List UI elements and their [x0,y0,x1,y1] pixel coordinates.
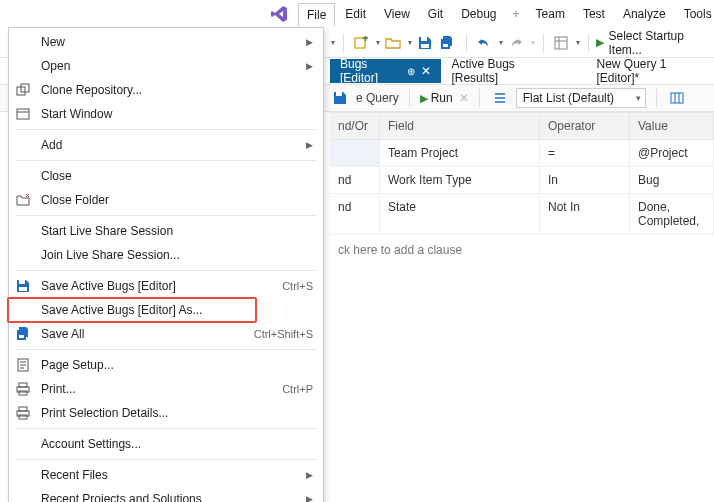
vs-logo-icon [270,3,288,25]
menu-item-print[interactable]: Print...Ctrl+P [9,377,323,401]
tab-new-query[interactable]: New Query 1 [Editor]* [586,59,714,83]
close-icon[interactable]: ✕ [421,64,431,78]
startup-selector[interactable]: ▶ Select Startup Item... [596,29,714,57]
redo-icon[interactable] [507,33,526,53]
menu-test[interactable]: Test [575,3,613,25]
submenu-arrow-icon: ▶ [306,140,313,150]
cell-andor[interactable]: nd [330,194,380,235]
menu-item-label: Clone Repository... [41,83,313,97]
columns-icon[interactable] [667,88,687,108]
menu-view[interactable]: View [376,3,418,25]
submenu-arrow-icon: ▶ [306,470,313,480]
dropdown-caret-icon[interactable]: ▾ [531,38,535,47]
menu-item-label: Open [41,59,298,73]
cell-field[interactable]: Work Item Type [380,167,540,194]
menu-item-print-selection-details[interactable]: Print Selection Details... [9,401,323,425]
tab-bugs-editor[interactable]: Bugs [Editor] ⊕ ✕ [330,59,441,83]
tab-label: Active Bugs [Results] [451,57,556,85]
submenu-arrow-icon: ▶ [306,494,313,502]
menu-item-recent-files[interactable]: Recent Files▶ [9,463,323,487]
menu-git[interactable]: Git [420,3,451,25]
menu-analyze[interactable]: Analyze [615,3,674,25]
cell-field[interactable]: Team Project [380,140,540,167]
menu-shortcut: Ctrl+S [282,280,313,292]
cell-andor[interactable]: nd [330,167,380,194]
new-item-icon[interactable] [352,33,371,53]
col-value[interactable]: Value [630,112,714,140]
menu-item-account-settings[interactable]: Account Settings... [9,432,323,456]
menu-item-save-active-bugs-editor-as[interactable]: Save Active Bugs [Editor] As... [9,298,323,322]
cell-val[interactable]: @Project [630,140,714,167]
dropdown-caret-icon[interactable]: ▾ [331,38,335,47]
blank-icon [13,490,33,502]
run-label: Run [431,91,453,105]
menu-item-label: Add [41,138,298,152]
undo-icon[interactable] [475,33,494,53]
svg-rect-4 [555,37,567,49]
menu-item-close[interactable]: Close [9,164,323,188]
cell-op[interactable]: In [540,167,630,194]
menu-item-close-folder[interactable]: Close Folder [9,188,323,212]
menu-separator [15,349,317,350]
save-query-icon[interactable] [330,88,350,108]
menu-team[interactable]: Team [528,3,573,25]
svg-rect-11 [19,287,27,291]
menubar: File Edit View Git Debug + Team Test Ana… [0,0,714,28]
blank-icon [13,466,33,484]
cell-op[interactable]: Not In [540,194,630,235]
save-all-icon[interactable] [439,33,458,53]
menu-item-start-live-share-session[interactable]: Start Live Share Session [9,219,323,243]
cell-op[interactable]: = [540,140,630,167]
menu-item-page-setup[interactable]: Page Setup... [9,353,323,377]
menu-item-label: New [41,35,298,49]
menu-debug[interactable]: Debug [453,3,504,25]
query-type-select[interactable]: Flat List (Default) [516,88,646,108]
blank-icon [13,246,33,264]
config-icon[interactable] [552,33,571,53]
menu-item-new[interactable]: New▶ [9,30,323,54]
menu-item-add[interactable]: Add▶ [9,133,323,157]
menu-shortcut: Ctrl+Shift+S [254,328,313,340]
open-icon[interactable] [384,33,403,53]
run-query-button[interactable]: ▶ Run [420,91,453,105]
play-icon: ▶ [596,36,604,49]
startup-label: Select Startup Item... [608,29,714,57]
pagesetup-icon [13,356,33,374]
cell-val[interactable]: Done, Completed, [630,194,714,235]
cell-field[interactable]: State [380,194,540,235]
play-icon: ▶ [420,92,428,105]
menu-separator [15,160,317,161]
col-operator[interactable]: Operator [540,112,630,140]
stop-icon[interactable]: ✕ [459,91,469,105]
menu-item-save-all[interactable]: Save AllCtrl+Shift+S [9,322,323,346]
menu-item-recent-projects-and-solutions[interactable]: Recent Projects and Solutions▶ [9,487,323,502]
menu-edit[interactable]: Edit [337,3,374,25]
menu-item-start-window[interactable]: Start Window [9,102,323,126]
pin-icon[interactable]: ⊕ [407,66,415,77]
menu-item-label: Start Window [41,107,313,121]
cell-andor[interactable] [330,140,380,167]
save-icon[interactable] [416,33,435,53]
menu-tools[interactable]: Tools [676,3,714,25]
dropdown-caret-icon[interactable]: ▾ [576,38,580,47]
menu-item-open[interactable]: Open▶ [9,54,323,78]
menu-item-clone-repository[interactable]: Clone Repository... [9,78,323,102]
add-clause-hint[interactable]: ck here to add a clause [330,235,714,265]
cell-val[interactable]: Bug [630,167,714,194]
dropdown-caret-icon[interactable]: ▾ [376,38,380,47]
menu-file[interactable]: File [298,3,335,26]
dropdown-caret-icon[interactable]: ▾ [408,38,412,47]
add-menu-icon[interactable]: + [507,7,526,21]
blank-icon [13,167,33,185]
blank-icon [13,57,33,75]
menu-item-save-active-bugs-editor[interactable]: Save Active Bugs [Editor]Ctrl+S [9,274,323,298]
col-andor[interactable]: nd/Or [330,112,380,140]
tab-active-bugs-results[interactable]: Active Bugs [Results] [441,59,566,83]
query-type-value: Flat List (Default) [523,91,614,105]
print-icon [13,380,33,398]
menu-item-join-live-share-session[interactable]: Join Live Share Session... [9,243,323,267]
svg-rect-9 [17,109,29,119]
dropdown-caret-icon[interactable]: ▾ [499,38,503,47]
menu-item-label: Close Folder [41,193,313,207]
col-field[interactable]: Field [380,112,540,140]
